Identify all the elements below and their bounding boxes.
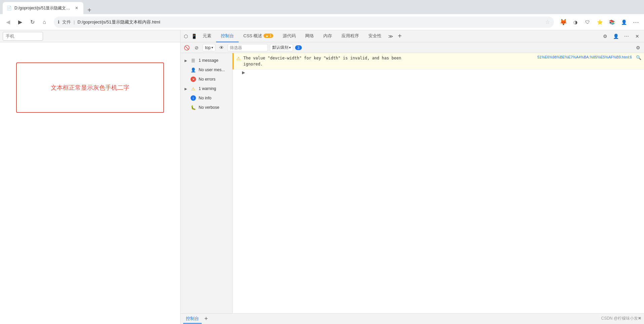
devtools-remote-btn[interactable]: 👤 (610, 31, 621, 42)
tab-sources[interactable]: 源代码 (278, 30, 300, 42)
shield-button[interactable]: 🛡 (582, 17, 593, 28)
tab-network[interactable]: 网络 (300, 30, 319, 42)
tab-elements[interactable]: 元素 (198, 30, 216, 42)
tab-console-label: 控制台 (221, 33, 234, 39)
devtools-close-button[interactable]: ✕ (632, 31, 643, 42)
bottom-tab-console[interactable]: 控制台 (183, 314, 202, 324)
fox-button[interactable]: 🦊 (558, 17, 569, 28)
tab-console[interactable]: 控制台 (216, 30, 239, 42)
home-button[interactable]: ⌂ (39, 17, 50, 28)
sidebar-item-warnings[interactable]: ▶ ⚠ 1 warning (180, 84, 232, 93)
url-separator: | (74, 19, 75, 25)
text-box: 文本框正常显示灰色手机二字 (16, 62, 164, 113)
tab-application[interactable]: 应用程序 (337, 30, 364, 42)
search-in-panel-icon[interactable]: 🔍 (636, 55, 641, 60)
tab-bar: 📄 D:/goproject/js/51显示隐藏文本框内容.html ✕ + (0, 0, 644, 14)
page-content: 文本框正常显示灰色手机二字 (0, 30, 180, 324)
sidebar-item-user[interactable]: ▶ 👤 No user mes... (180, 65, 232, 75)
message-line1: The value "devcie-width" for key "width"… (243, 55, 535, 61)
tab-title: D:/goproject/js/51显示隐藏文本框内容.html (14, 5, 71, 11)
message-line2: ignored. (243, 61, 535, 67)
sidebar-warnings-label: 1 warning (199, 86, 229, 91)
tab-memory[interactable]: 内存 (319, 30, 337, 42)
eye-button[interactable]: 👁 (217, 44, 226, 52)
console-message-row: ⚠ The value "devcie-width" for key "widt… (233, 53, 644, 70)
forward-button[interactable]: ▶ (15, 17, 26, 28)
message-count-badge: 3 (295, 45, 302, 50)
tab-security[interactable]: 安全性 (364, 30, 386, 42)
address-bar[interactable]: ℹ 文件 | D:/goproject/js/51显示隐藏文本框内容.html … (54, 16, 554, 28)
expand-warnings-icon: ▶ (184, 87, 188, 91)
error-icon: ✕ (191, 77, 196, 82)
add-bottom-tab-button[interactable]: + (204, 315, 208, 322)
console-message-link[interactable]: 51%E6%98%BE%E7%A4%BA.%85%E5%AF%B9.html:6 (537, 55, 632, 59)
tab-close-button[interactable]: ✕ (74, 5, 79, 11)
browser-window: 📄 D:/goproject/js/51显示隐藏文本框内容.html ✕ + ◀… (0, 0, 644, 324)
devtools-bottom-bar: 控制台 + (180, 313, 644, 324)
console-message-body: The value "devcie-width" for key "width"… (243, 55, 535, 67)
info-icon: i (191, 95, 196, 101)
verbose-icon: 🐛 (191, 105, 196, 110)
devtools-toolbar-settings[interactable]: ⚙ (634, 44, 642, 52)
bookmark-button[interactable]: ⭐ (594, 17, 605, 28)
sidebar-info-label: No info (199, 96, 229, 100)
clear-console-button[interactable]: 🚫 (183, 44, 191, 52)
devtools-settings-button[interactable]: ⚙ (600, 31, 610, 42)
more-button[interactable]: ⋯ (631, 17, 641, 28)
page-body: 文本框正常显示灰色手机二字 (0, 42, 180, 324)
more-tabs-button[interactable]: ≫ (386, 34, 395, 39)
sidebar-item-verbose[interactable]: ▶ 🐛 No verbose (180, 103, 232, 112)
filter-input[interactable] (228, 44, 268, 51)
level-dropdown[interactable]: 默认级别 ▾ (270, 44, 293, 51)
sidebar-item-info[interactable]: ▶ i No info (180, 93, 232, 103)
sidebar-item-messages[interactable]: ▶ ☰ 1 message (180, 56, 232, 65)
mobile-input[interactable] (3, 32, 43, 41)
tab-memory-label: 内存 (323, 33, 332, 39)
new-tab-button[interactable]: + (85, 6, 94, 14)
tab-network-label: 网络 (305, 33, 314, 39)
devtools-device-btn[interactable]: 📱 (190, 32, 198, 40)
console-sidebar: ▶ ☰ 1 message ▶ 👤 No user mes... ▶ ✕ (180, 53, 233, 313)
console-warn-icon: ⚠ (236, 56, 241, 61)
star-icon[interactable]: ☆ (545, 19, 550, 25)
mobile-toolbar (0, 30, 180, 42)
warning-icon: ⚠ (191, 86, 196, 91)
sidebar-errors-label: No errors (199, 77, 229, 82)
content-area: 文本框正常显示灰色手机二字 ⬡ 📱 元素 控制台 CSS 概述 ▲ 1 (0, 30, 644, 324)
tab-security-label: 安全性 (368, 33, 381, 39)
tab-favicon: 📄 (7, 6, 12, 10)
browser-actions: 🦊 ◑ 🛡 ⭐ 📚 👤 ⋯ (558, 17, 641, 28)
devtools-more-btn[interactable]: ⋯ (621, 31, 632, 42)
moon-button[interactable]: ◑ (570, 17, 581, 28)
expand-row: ▶ (233, 70, 644, 76)
tab-application-label: 应用程序 (341, 33, 359, 39)
expand-messages-icon: ▶ (184, 58, 188, 62)
sidebar-verbose-label: No verbose (199, 105, 229, 110)
devtools-tabs: ⬡ 📱 元素 控制台 CSS 概述 ▲ 1 源代码 网络 (180, 30, 644, 42)
back-button[interactable]: ◀ (3, 17, 13, 28)
tab-css-overview[interactable]: CSS 概述 ▲ 1 (239, 30, 278, 42)
bookmarks-button[interactable]: 📚 (606, 17, 617, 28)
level-chevron: ▾ (289, 46, 291, 49)
sidebar-user-label: No user mes... (199, 67, 229, 72)
tab-sources-label: 源代码 (283, 33, 296, 39)
add-tab-button[interactable]: + (395, 32, 405, 40)
url-path: D:/goproject/js/51显示隐藏文本框内容.html (77, 19, 542, 25)
browser-tab[interactable]: 📄 D:/goproject/js/51显示隐藏文本框内容.html ✕ (3, 2, 83, 14)
sidebar-item-errors[interactable]: ▶ ✕ No errors (180, 75, 232, 84)
devtools-screencast-btn[interactable]: ⬡ (182, 32, 190, 40)
context-label: top (205, 45, 211, 50)
nav-bar: ◀ ▶ ↻ ⌂ ℹ 文件 | D:/goproject/js/51显示隐藏文本框… (0, 14, 644, 30)
messages-icon: ☰ (191, 58, 196, 63)
reload-button[interactable]: ↻ (27, 17, 38, 28)
expand-icon[interactable]: ▶ (242, 70, 245, 75)
text-box-content: 文本框正常显示灰色手机二字 (51, 84, 129, 92)
profile-button[interactable]: 👤 (618, 17, 629, 28)
csdn-watermark: CSDN @柠檬味小发✖ (601, 316, 641, 321)
tab-css-label: CSS 概述 (243, 33, 262, 39)
context-dropdown[interactable]: top ▾ (203, 44, 215, 51)
console-output: ⚠ The value "devcie-width" for key "widt… (233, 53, 644, 313)
context-chevron: ▾ (211, 46, 213, 49)
devtools-panel: ⬡ 📱 元素 控制台 CSS 概述 ▲ 1 源代码 网络 (180, 30, 644, 324)
block-btn[interactable]: ⊘ (193, 44, 201, 52)
